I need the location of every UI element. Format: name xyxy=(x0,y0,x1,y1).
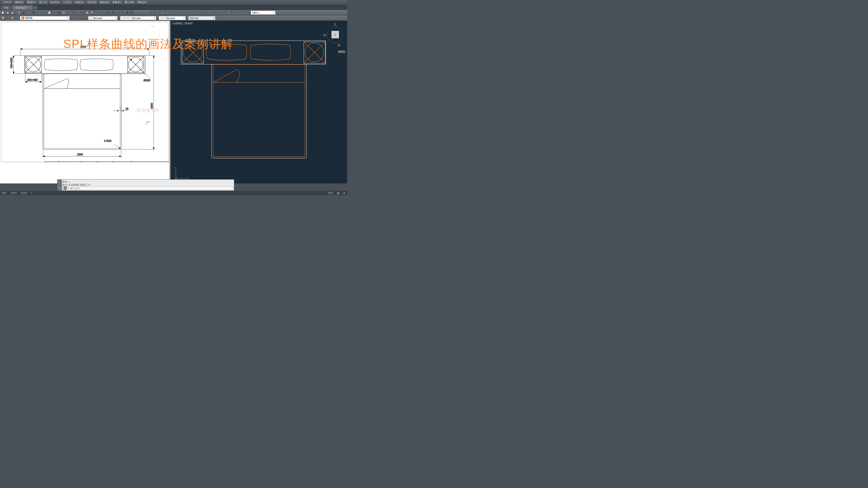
centermark-icon[interactable]: ⊕ xyxy=(217,11,221,15)
zoom-realtime-icon[interactable]: 🔍 xyxy=(90,11,94,15)
dim-arc-icon[interactable]: ⌒ xyxy=(160,11,164,15)
quickcalc-icon[interactable]: ▣ xyxy=(130,11,134,15)
zoom-previous-icon[interactable]: ↺ xyxy=(99,11,103,15)
status-tab-layout2[interactable]: 布局2 xyxy=(19,191,29,195)
designcenter-icon[interactable]: ▦ xyxy=(111,11,115,15)
svg-rect-70 xyxy=(213,64,305,157)
zoom-window-icon[interactable]: ⊡ xyxy=(95,11,99,15)
redo-icon[interactable]: ↷ xyxy=(76,11,80,15)
make-current-icon[interactable]: ≡ xyxy=(72,16,76,20)
dim-jogged-icon[interactable]: ⊘ xyxy=(175,11,179,15)
redo-dropdown-icon[interactable]: ▾ xyxy=(81,11,83,15)
publish-icon[interactable]: ⎙ xyxy=(26,11,31,15)
svg-rect-4 xyxy=(18,11,20,12)
color-bylayer-combo[interactable]: ByLayer xyxy=(88,16,118,20)
clean-icon[interactable]: ✨ xyxy=(61,11,66,15)
match-icon[interactable]: 🖌 xyxy=(52,11,56,15)
sheetset-icon[interactable]: ☰ xyxy=(120,11,124,15)
menu-window[interactable]: 窗口(W) xyxy=(123,0,135,4)
new-tab-button[interactable]: + xyxy=(33,6,37,10)
linetype-combo[interactable]: ByLayer xyxy=(120,16,156,20)
status-tab-model[interactable]: 模型 xyxy=(0,191,9,195)
layer-previous-icon[interactable]: ⟲ xyxy=(77,16,81,20)
cut-icon[interactable]: ✂ xyxy=(38,11,42,15)
dim-baseline-icon[interactable]: ⊏ xyxy=(194,11,198,15)
properties-icon[interactable]: ▤ xyxy=(106,11,110,15)
3dprint-icon[interactable]: ▣ xyxy=(31,11,35,15)
dim-update-icon[interactable]: ↻ xyxy=(241,11,245,15)
print-icon[interactable] xyxy=(17,11,21,15)
cmd-wrench-icon[interactable]: 🔧 xyxy=(58,187,61,189)
layer-freeze-icon[interactable]: ❄ xyxy=(6,16,10,20)
dim-continue-icon[interactable]: ⊐ xyxy=(198,11,203,15)
dim-aligned-icon[interactable]: ↗ xyxy=(156,11,160,15)
status-snap-icon[interactable]: ⊞ xyxy=(341,191,347,195)
plotstyle-combo[interactable]: ByColor xyxy=(188,16,215,20)
inspect-icon[interactable]: ⊙ xyxy=(222,11,226,15)
menu-help[interactable]: 帮助(H) xyxy=(136,0,148,4)
dim-quick-icon[interactable]: ⊟ xyxy=(189,11,193,15)
tab-start[interactable]: 开始 xyxy=(0,5,12,10)
lineweight-combo[interactable]: ByLayer xyxy=(159,16,186,20)
viewcube-top[interactable]: 上 xyxy=(331,31,339,38)
viewcube[interactable]: 上 北 西 南 xyxy=(324,23,345,50)
menu-modify[interactable]: 修改(M) xyxy=(98,0,111,4)
close-icon[interactable]: × xyxy=(28,6,30,9)
status-grid-icon[interactable]: ▦ xyxy=(335,191,341,195)
pan-icon[interactable]: ✋ xyxy=(85,11,89,15)
add-layout-icon[interactable]: + xyxy=(29,191,34,195)
undo-dropdown-icon[interactable]: ▾ xyxy=(73,11,75,15)
dim-edit-icon[interactable]: ✎ xyxy=(232,11,236,15)
svg-rect-16 xyxy=(44,74,120,148)
dim-space-icon[interactable]: ⊞ xyxy=(203,11,207,15)
menu-file[interactable]: 文件(F) xyxy=(1,0,13,4)
command-line-panel[interactable]: × 🔧 命令: | 命令: E ERASE 找到 1 个 ▶ ▾ xyxy=(57,180,234,191)
svg-rect-60 xyxy=(181,41,326,64)
undo-icon[interactable]: ↶ xyxy=(68,11,72,15)
tolerance-icon[interactable]: ⊠ xyxy=(213,11,217,15)
model-viewport[interactable]: [+][俯视][二维线框] 上 xyxy=(170,21,347,184)
cmd-close-icon[interactable]: × xyxy=(59,181,60,184)
layer-states-icon[interactable]: ☰ xyxy=(82,16,86,20)
menu-tools[interactable]: 工具(T) xyxy=(61,0,73,4)
open-icon[interactable] xyxy=(6,11,10,15)
menu-format[interactable]: 格式(O) xyxy=(49,0,61,4)
toolpalettes-icon[interactable]: ▥ xyxy=(116,11,120,15)
dim-linear-icon[interactable]: ⟷ xyxy=(151,11,155,15)
dim-radius-icon[interactable]: ◯ xyxy=(170,11,174,15)
menu-dimension[interactable]: 标注(N) xyxy=(86,0,98,4)
dimstyle-combo[interactable]: GB1-1 xyxy=(251,11,276,15)
wcs-badge[interactable]: WCS xyxy=(338,50,346,53)
copy-icon[interactable]: ⎘ xyxy=(42,11,46,15)
layer-state-icon[interactable]: 💡 xyxy=(1,16,5,20)
menu-parametric[interactable]: 参数(P) xyxy=(111,0,123,4)
dim-reassoc-icon[interactable]: ⟲ xyxy=(246,11,250,15)
dim-tedit-icon[interactable]: A xyxy=(237,11,241,15)
command-input[interactable] xyxy=(70,187,233,190)
paper-viewport[interactable]: 2500 500×500 400×400 Ø260 1500 200 xyxy=(0,21,169,184)
menu-view[interactable]: 视图(V) xyxy=(26,0,37,4)
dim-diameter-icon[interactable]: ⊖ xyxy=(180,11,184,15)
tab-drawing1[interactable]: Drawing1*× xyxy=(12,5,33,10)
save-icon[interactable] xyxy=(10,11,14,15)
dim-break-icon[interactable]: ⊡ xyxy=(208,11,212,15)
layer-lock-icon[interactable]: 🔒 xyxy=(10,16,14,20)
plot-preview-icon[interactable]: ◧ xyxy=(22,11,26,15)
command-prompt-icon[interactable]: ▶ xyxy=(64,187,67,190)
layer-plot-icon[interactable]: ▢ xyxy=(15,16,19,20)
command-input-row[interactable]: ▶ ▾ xyxy=(62,186,233,190)
menu-insert[interactable]: 插入(I) xyxy=(38,0,49,4)
menu-draw[interactable]: 绘图(D) xyxy=(73,0,86,4)
status-tab-layout1[interactable]: 布局1 xyxy=(9,191,19,195)
status-bar: 模型 布局1 布局2 + 模型 ▦ ⊞ xyxy=(0,191,347,195)
block-icon[interactable]: ▦ xyxy=(57,11,61,15)
dim-angular-icon[interactable]: ∠ xyxy=(184,11,188,15)
dim-ordinate-icon[interactable]: ⟂ xyxy=(165,11,169,15)
paste-icon[interactable]: 📋 xyxy=(47,11,51,15)
status-model-toggle[interactable]: 模型 xyxy=(327,191,335,195)
layer-combo[interactable]: 细实线 xyxy=(20,16,70,20)
menu-edit[interactable]: 编辑(E) xyxy=(13,0,25,4)
markup-icon[interactable]: ▩ xyxy=(125,11,129,15)
dim-jog-icon[interactable]: ⟋ xyxy=(227,11,231,15)
new-icon[interactable] xyxy=(1,11,5,15)
